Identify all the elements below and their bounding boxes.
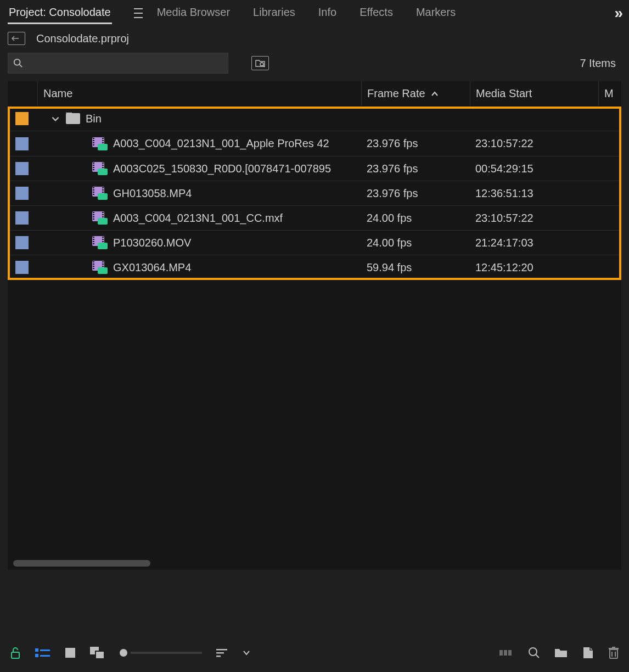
icon-view-icon[interactable] [65, 647, 76, 658]
label-color-swatch[interactable] [15, 236, 29, 249]
tab-label: Project: Consolodate [9, 6, 111, 18]
clip-name: A003_C004_0213N1_001_Apple ProRes 42 [113, 137, 329, 150]
clip-icon [92, 137, 108, 150]
zoom-track [131, 652, 202, 654]
clip-frame-rate: 24.00 fps [367, 237, 412, 249]
table-header: Name Frame Rate Media Start M [8, 81, 621, 107]
svg-line-19 [536, 654, 539, 658]
label-color-swatch[interactable] [15, 112, 29, 125]
clip-media-start: 23:10:57:22 [475, 137, 533, 149]
bin-name: Bin [86, 113, 102, 125]
clip-row[interactable]: P1030260.MOV 24.00 fps 21:24:17:03 [8, 231, 621, 255]
label-color-swatch[interactable] [15, 137, 29, 150]
tab-info[interactable]: Info [317, 3, 338, 24]
table-body: Bin A003_C004_0213N1_001_Apple ProRes 42… [8, 107, 621, 280]
clip-icon [92, 162, 108, 175]
label-color-swatch[interactable] [15, 162, 29, 175]
clip-name: GX013064.MP4 [113, 261, 191, 274]
clip-row[interactable]: A003_C004_0213N1_001_CC.mxf 24.00 fps 23… [8, 206, 621, 231]
clip-media-start: 12:45:12:20 [475, 261, 533, 273]
new-item-icon[interactable] [582, 647, 594, 659]
zoom-slider[interactable] [120, 649, 202, 657]
clip-icon [92, 211, 108, 225]
find-in-bin-button[interactable] [251, 56, 269, 70]
column-media-start[interactable]: Media Start [470, 81, 598, 106]
svg-rect-20 [610, 649, 617, 658]
folder-search-icon [255, 59, 265, 68]
svg-rect-11 [96, 651, 104, 659]
sort-menu-icon[interactable] [216, 648, 228, 657]
column-frame-rate[interactable]: Frame Rate [361, 81, 470, 106]
nav-up-icon[interactable] [8, 32, 25, 45]
find-icon[interactable] [528, 647, 540, 659]
svg-rect-8 [40, 655, 50, 657]
column-label: Frame Rate [367, 87, 425, 100]
svg-rect-6 [35, 654, 38, 657]
svg-rect-16 [504, 650, 507, 656]
tab-label: Media Browser [157, 6, 230, 18]
bin-row[interactable]: Bin [8, 107, 621, 131]
svg-point-0 [14, 59, 20, 65]
panel-tabbar: Project: Consolodate Media Browser Libra… [0, 0, 629, 26]
tab-label: Markers [416, 6, 456, 18]
project-filename: Consolodate.prproj [36, 32, 129, 45]
clip-row[interactable]: A003C025_150830_R0D0.[0078471-007895 23.… [8, 156, 621, 181]
svg-rect-14 [216, 656, 221, 657]
clip-row[interactable]: GH013058.MP4 23.976 fps 12:36:51:13 [8, 181, 621, 206]
clip-media-start: 21:24:17:03 [475, 237, 533, 249]
column-label-color[interactable] [8, 81, 37, 106]
clip-row[interactable]: GX013064.MP4 59.94 fps 12:45:12:20 [8, 255, 621, 280]
panel-menu-icon[interactable] [134, 8, 144, 18]
tab-label: Info [318, 6, 336, 18]
column-m[interactable]: M [598, 81, 620, 106]
sort-dropdown-icon[interactable] [243, 650, 250, 656]
new-bin-icon[interactable] [554, 647, 568, 658]
clip-row[interactable]: A003_C004_0213N1_001_Apple ProRes 42 23.… [8, 131, 621, 156]
column-label: Name [43, 87, 72, 100]
horizontal-scrollbar[interactable] [13, 560, 616, 567]
clip-frame-rate: 23.976 fps [367, 187, 418, 199]
freeform-view-icon[interactable] [90, 647, 105, 659]
svg-point-18 [529, 648, 537, 656]
svg-rect-13 [216, 652, 224, 654]
clip-media-start: 23:10:57:22 [475, 212, 533, 224]
list-view-icon[interactable] [35, 647, 50, 658]
clip-name: A003_C004_0213N1_001_CC.mxf [113, 212, 283, 225]
chevron-down-icon[interactable] [50, 114, 60, 124]
search-row: 7 Items [0, 46, 629, 81]
sort-asc-icon [431, 89, 439, 98]
tab-markers[interactable]: Markers [415, 3, 457, 24]
svg-rect-9 [65, 648, 75, 658]
clip-frame-rate: 23.976 fps [367, 163, 418, 175]
scrollbar-thumb[interactable] [13, 560, 150, 567]
zoom-knob[interactable] [120, 649, 127, 657]
svg-rect-4 [12, 652, 19, 658]
project-table: Name Frame Rate Media Start M Bin [8, 81, 621, 570]
svg-rect-7 [40, 649, 50, 651]
delete-icon[interactable] [608, 647, 619, 659]
tab-libraries[interactable]: Libraries [252, 3, 296, 24]
svg-rect-22 [612, 647, 615, 648]
overflow-tabs-icon[interactable]: » [614, 4, 621, 22]
svg-line-1 [20, 65, 23, 68]
tab-label: Libraries [253, 6, 295, 18]
automate-to-sequence-icon[interactable] [499, 648, 514, 658]
label-color-swatch[interactable] [15, 187, 29, 200]
search-input[interactable] [8, 53, 228, 74]
tab-label: Effects [360, 6, 393, 18]
label-color-swatch[interactable] [15, 261, 29, 274]
label-color-swatch[interactable] [15, 211, 29, 225]
clip-icon [92, 261, 108, 274]
lock-open-icon[interactable] [10, 647, 21, 659]
column-name[interactable]: Name [37, 81, 361, 106]
clip-media-start: 12:36:51:13 [475, 187, 533, 199]
tab-effects[interactable]: Effects [358, 3, 394, 24]
clip-name: P1030260.MOV [113, 237, 191, 249]
item-count: 7 Items [580, 57, 621, 70]
tab-media-browser[interactable]: Media Browser [156, 3, 231, 24]
search-icon [13, 58, 23, 68]
search-field[interactable] [27, 57, 223, 70]
tab-project[interactable]: Project: Consolodate [8, 3, 112, 24]
clip-name: GH013058.MP4 [113, 187, 192, 200]
subheader: Consolodate.prproj [0, 26, 629, 46]
